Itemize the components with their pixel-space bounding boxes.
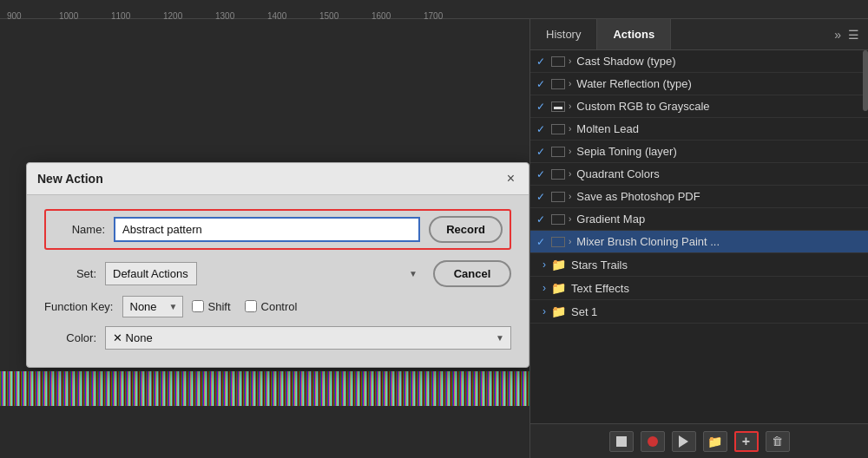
set-select-wrapper: Default Actions	[105, 262, 424, 285]
folder-item[interactable]: › 📁 Stars Trails	[530, 253, 868, 277]
double-chevron-icon[interactable]: »	[831, 28, 845, 42]
chevron-right-icon: ›	[569, 101, 571, 111]
set-select[interactable]: Default Actions	[105, 262, 197, 285]
action-checkmark: ›	[537, 282, 551, 294]
main-area: New Action × Name: Record Set:	[0, 19, 868, 458]
dialog-titlebar: New Action ×	[27, 163, 529, 195]
set-row: Set: Default Actions Cancel	[44, 260, 511, 287]
stop-icon	[616, 436, 627, 447]
panel-tab-icons: » ☰	[825, 19, 868, 49]
action-label: Sepia Toning (layer)	[576, 145, 861, 158]
record-action-button[interactable]	[641, 431, 665, 452]
action-label: Custom RGB to Grayscale	[576, 100, 861, 113]
action-label: Cast Shadow (type)	[576, 55, 861, 68]
record-icon	[648, 436, 658, 447]
action-box	[551, 124, 565, 134]
action-label: Save as Photoshop PDF	[576, 190, 861, 203]
trash-icon: 🗑	[772, 435, 783, 448]
list-item[interactable]: ✓ › Mixer Brush Cloning Paint ...	[530, 231, 868, 253]
folder-icon: 📁	[707, 435, 722, 448]
control-checkbox[interactable]	[245, 300, 257, 312]
action-label: Water Reflection (type)	[576, 77, 861, 90]
panel-tabs: History Actions » ☰	[530, 19, 868, 50]
checkbox-group: Shift Control	[192, 300, 298, 313]
dialog-body: Name: Record Set: Default Actions Cancel	[27, 195, 529, 367]
action-label: Quadrant Colors	[576, 167, 861, 180]
list-item[interactable]: ✓ › Cast Shadow (type)	[530, 50, 868, 73]
set-label: Set:	[44, 267, 105, 280]
record-button[interactable]: Record	[429, 216, 503, 243]
list-item[interactable]: ✓ › Sepia Toning (layer)	[530, 141, 868, 163]
action-checkmark: ✓	[534, 191, 548, 203]
panel-menu-icon[interactable]: ☰	[845, 28, 863, 42]
dialog-close-button[interactable]: ×	[503, 170, 518, 187]
actions-list: ✓ › Cast Shadow (type) ✓ › Water Reflect…	[530, 50, 868, 423]
folder-item[interactable]: › 📁 Text Effects	[530, 277, 868, 300]
canvas-area: New Action × Name: Record Set:	[0, 19, 529, 458]
chevron-right-icon: ›	[569, 237, 571, 246]
tab-actions[interactable]: Actions	[597, 19, 671, 49]
list-item[interactable]: ✓ ▬ › Custom RGB to Grayscale	[530, 95, 868, 118]
chevron-right-icon: ›	[569, 214, 571, 224]
folder-icon: 📁	[551, 258, 566, 272]
folder-item[interactable]: › 📁 Set 1	[530, 300, 868, 324]
color-label: Color:	[44, 331, 105, 344]
play-icon	[679, 435, 688, 448]
play-button[interactable]	[672, 431, 696, 452]
list-item[interactable]: ✓ › Quadrant Colors	[530, 163, 868, 186]
action-label: Molten Lead	[576, 122, 861, 135]
stop-button[interactable]	[609, 431, 634, 452]
color-select[interactable]: ✕ None	[105, 326, 511, 350]
action-checkmark: ✓	[534, 146, 548, 158]
action-box: ▬	[551, 101, 565, 112]
fn-select-wrapper: None	[122, 296, 183, 317]
list-item[interactable]: ✓ › Water Reflection (type)	[530, 73, 868, 95]
chevron-right-icon: ›	[569, 124, 571, 134]
folder-icon: 📁	[551, 304, 566, 318]
fn-select[interactable]: None	[122, 296, 183, 317]
new-action-button[interactable]: +	[734, 431, 759, 452]
name-input[interactable]	[114, 217, 420, 242]
list-item[interactable]: ✓ › Gradient Map	[530, 208, 868, 231]
action-label: Mixer Brush Cloning Paint ...	[576, 235, 861, 248]
folder-label: Stars Trails	[571, 258, 861, 272]
action-checkmark: ✓	[534, 236, 548, 248]
chevron-right-icon: ›	[569, 79, 571, 88]
panel-toolbar: 📁 + 🗑	[530, 423, 868, 458]
scrollbar[interactable]	[863, 50, 868, 111]
action-box	[551, 192, 565, 202]
action-label: Gradient Map	[576, 213, 861, 226]
list-item[interactable]: ✓ › Save as Photoshop PDF	[530, 186, 868, 208]
chevron-right-icon: ›	[569, 147, 571, 156]
new-group-button[interactable]: 📁	[703, 431, 727, 452]
chevron-right-icon: ›	[569, 56, 571, 66]
plus-icon: +	[742, 434, 750, 449]
chevron-right-icon: ›	[569, 169, 571, 179]
cancel-button[interactable]: Cancel	[433, 260, 511, 287]
action-checkmark: ✓	[534, 213, 548, 226]
control-checkbox-label: Control	[245, 300, 298, 313]
list-item[interactable]: ✓ › Molten Lead	[530, 118, 868, 141]
action-checkmark: ›	[537, 305, 551, 317]
color-select-wrapper: ✕ None	[105, 326, 511, 350]
name-label: Name:	[53, 223, 114, 236]
action-checkmark: ✓	[534, 78, 548, 90]
tab-history[interactable]: History	[530, 19, 597, 49]
action-checkmark: ✓	[534, 168, 548, 180]
action-box	[551, 237, 565, 247]
action-box	[551, 79, 565, 89]
shift-checkbox[interactable]	[192, 300, 204, 312]
delete-button[interactable]: 🗑	[766, 431, 790, 452]
action-box	[551, 56, 565, 67]
action-checkmark: ✓	[534, 101, 548, 113]
chevron-right-icon: ›	[569, 192, 571, 201]
action-box	[551, 147, 565, 157]
name-row: Name: Record	[44, 209, 511, 250]
folder-label: Set 1	[571, 305, 861, 318]
dialog-overlay: New Action × Name: Record Set:	[0, 19, 529, 458]
dialog-title: New Action	[37, 172, 103, 186]
action-box	[551, 214, 565, 225]
color-row: Color: ✕ None	[44, 326, 511, 350]
action-checkmark: ›	[537, 258, 551, 271]
folder-icon: 📁	[551, 281, 566, 295]
